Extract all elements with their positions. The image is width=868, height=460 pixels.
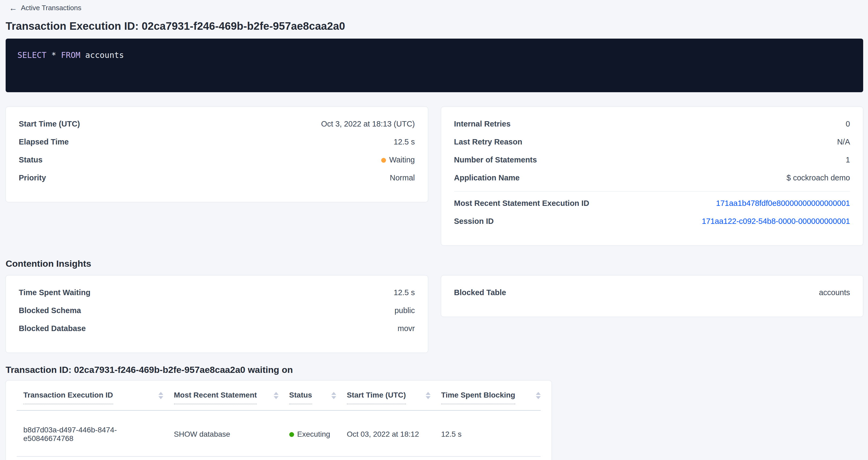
column-header-label: Time Spent Blocking <box>441 391 515 404</box>
kv-label: Status <box>19 155 42 164</box>
kv-label: Blocked Table <box>454 288 506 297</box>
summary-cards-row: Start Time (UTC) Oct 3, 2022 at 18:13 (U… <box>6 107 863 246</box>
column-header-start-time[interactable]: Start Time (UTC) <box>347 381 441 410</box>
waiting-on-table-card: Transaction Execution ID Most Recent Sta… <box>6 380 552 460</box>
session-id-link[interactable]: 171aa122-c092-54b8-0000-000000000001 <box>702 217 850 225</box>
kv-label: Priority <box>19 174 46 182</box>
kv-value: Oct 3, 2022 at 18:13 (UTC) <box>321 120 415 128</box>
kv-value: $ cockroach demo <box>786 174 850 182</box>
card-divider <box>454 191 850 192</box>
kv-row-last-retry-reason: Last Retry Reason N/A <box>454 133 850 151</box>
kv-row-application-name: Application Name $ cockroach demo <box>454 169 850 187</box>
executing-status-dot-icon <box>289 432 294 437</box>
kv-label: Elapsed Time <box>19 137 69 146</box>
cell-status: Executing <box>289 410 347 457</box>
cell-transaction-execution-id: b8d7d03a-d497-446b-8474-e50846674768 <box>17 410 174 457</box>
kv-row-priority: Priority Normal <box>19 169 415 187</box>
kv-row-start-time: Start Time (UTC) Oct 3, 2022 at 18:13 (U… <box>19 115 415 133</box>
kv-row-session-id: Session ID 171aa122-c092-54b8-0000-00000… <box>454 212 850 230</box>
sort-icon <box>158 392 163 399</box>
cell-time-spent-blocking: 12.5 s <box>441 410 541 457</box>
kv-value: 0 <box>846 120 850 128</box>
kv-label: Internal Retries <box>454 120 511 128</box>
sql-identifier: accounts <box>85 51 124 60</box>
waiting-on-heading: Transaction ID: 02ca7931-f246-469b-b2fe-… <box>6 365 868 375</box>
back-link[interactable]: ← Active Transactions <box>9 4 81 12</box>
page-title: Transaction Execution ID: 02ca7931-f246-… <box>6 20 868 32</box>
kv-label: Blocked Database <box>19 324 86 333</box>
kv-value: 12.5 s <box>394 137 415 146</box>
kv-value: accounts <box>819 288 850 297</box>
back-arrow-icon: ← <box>9 4 17 12</box>
waiting-status-dot-icon <box>381 158 386 163</box>
status-badge: Waiting <box>381 155 415 164</box>
kv-row-internal-retries: Internal Retries 0 <box>454 115 850 133</box>
cell-start-time: Oct 03, 2022 at 18:12 <box>347 410 441 457</box>
kv-label: Time Spent Waiting <box>19 288 90 297</box>
sort-icon <box>536 392 541 399</box>
kv-row-elapsed-time: Elapsed Time 12.5 s <box>19 133 415 151</box>
sort-icon <box>274 392 279 399</box>
column-header-label: Most Recent Statement <box>174 391 257 404</box>
column-header-status[interactable]: Status <box>289 381 347 410</box>
kv-label: Application Name <box>454 174 520 182</box>
sql-keyword-from: FROM <box>61 51 81 60</box>
kv-row-blocked-schema: Blocked Schema public <box>19 302 415 319</box>
table-header-row: Transaction Execution ID Most Recent Sta… <box>17 381 541 410</box>
kv-row-status: Status Waiting <box>19 151 415 169</box>
kv-label: Most Recent Statement Execution ID <box>454 199 589 208</box>
column-header-most-recent-statement[interactable]: Most Recent Statement <box>174 381 289 410</box>
sql-star: * <box>51 51 56 60</box>
kv-row-blocked-database: Blocked Database movr <box>19 319 415 337</box>
kv-row-blocked-table: Blocked Table accounts <box>454 284 850 302</box>
kv-label: Session ID <box>454 217 494 226</box>
kv-row-number-of-statements: Number of Statements 1 <box>454 151 850 169</box>
contention-card-right: Blocked Table accounts <box>441 275 863 317</box>
kv-value: Normal <box>390 174 415 182</box>
sql-statement-box: SELECT * FROM accounts <box>6 39 863 92</box>
sort-icon <box>426 392 431 399</box>
kv-value: movr <box>398 324 415 333</box>
kv-value: 1 <box>846 155 850 164</box>
kv-row-most-recent-statement-execution-id: Most Recent Statement Execution ID 171aa… <box>454 194 850 212</box>
back-link-label: Active Transactions <box>21 4 81 12</box>
contention-cards-row: Time Spent Waiting 12.5 s Blocked Schema… <box>6 275 863 353</box>
cell-most-recent-statement: SHOW database <box>174 410 289 457</box>
kv-label: Last Retry Reason <box>454 137 523 146</box>
column-header-time-spent-blocking[interactable]: Time Spent Blocking <box>441 381 541 410</box>
column-header-label: Status <box>289 391 312 404</box>
kv-label: Start Time (UTC) <box>19 120 80 128</box>
table-row: b8d7d03a-d497-446b-8474-e50846674768 SHO… <box>17 410 541 457</box>
kv-value: N/A <box>837 137 850 146</box>
kv-value: public <box>395 306 415 315</box>
kv-row-time-spent-waiting: Time Spent Waiting 12.5 s <box>19 284 415 302</box>
column-header-label: Transaction Execution ID <box>23 391 113 404</box>
summary-card-right: Internal Retries 0 Last Retry Reason N/A… <box>441 107 863 246</box>
column-header-label: Start Time (UTC) <box>347 391 406 404</box>
contention-insights-heading: Contention Insights <box>6 258 868 269</box>
sort-icon <box>331 392 336 399</box>
kv-label: Blocked Schema <box>19 306 81 315</box>
summary-card-left: Start Time (UTC) Oct 3, 2022 at 18:13 (U… <box>6 107 428 202</box>
kv-value: 12.5 s <box>394 288 415 297</box>
statement-execution-id-link[interactable]: 171aa1b478fdf0e80000000000000001 <box>716 199 850 208</box>
waiting-on-table: Transaction Execution ID Most Recent Sta… <box>17 381 541 457</box>
contention-card-left: Time Spent Waiting 12.5 s Blocked Schema… <box>6 275 428 353</box>
column-header-transaction-execution-id[interactable]: Transaction Execution ID <box>17 381 174 410</box>
sql-keyword-select: SELECT <box>18 51 46 60</box>
kv-label: Number of Statements <box>454 155 537 164</box>
